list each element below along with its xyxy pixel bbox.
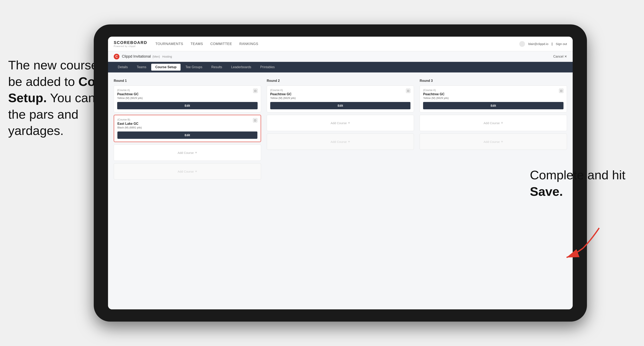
round-2-label: Round 2 bbox=[267, 79, 414, 83]
round-2-add-course-2-button: Add Course + bbox=[267, 134, 414, 150]
round-3-course-a-name: Peachtree GC bbox=[423, 92, 559, 96]
round-2-course-a-card: (Course A) Peachtree GC Yellow (M) (6629… bbox=[267, 85, 414, 112]
round-3-course-a-delete-button[interactable]: ⊡ bbox=[559, 89, 564, 93]
round-2-course-a-delete-button[interactable]: ⊡ bbox=[406, 89, 410, 93]
user-email: blair@clippd.io bbox=[528, 42, 548, 46]
top-nav-right: blair@clippd.io | Sign out bbox=[519, 41, 567, 47]
separator: | bbox=[552, 42, 552, 46]
nav-link-rankings[interactable]: RANKINGS bbox=[240, 41, 258, 47]
round-2-add-course-2-plus-icon: + bbox=[348, 140, 350, 144]
round-2-add-course-button[interactable]: Add Course + bbox=[267, 115, 414, 131]
tournament-logo: C bbox=[114, 54, 120, 59]
round-1-column: Round 1 (Course A) Peachtree GC Yellow (… bbox=[114, 79, 261, 182]
tournament-tag: (Men) Hosting bbox=[152, 55, 172, 58]
tab-teams[interactable]: Teams bbox=[133, 64, 150, 71]
round-3-course-a-label: (Course A) bbox=[423, 89, 559, 92]
tournament-bar: C Clippd Invitational (Men) Hosting Canc… bbox=[108, 51, 573, 62]
logo-area: SCOREBOARD Powered by clippd bbox=[114, 40, 147, 47]
round-2-add-course-plus-icon: + bbox=[348, 121, 350, 125]
nav-link-committee[interactable]: COMMITTEE bbox=[210, 41, 232, 47]
add-course-2-plus-icon: + bbox=[195, 169, 197, 173]
course-b-delete-button[interactable]: ⊡ bbox=[253, 118, 258, 123]
course-a-name: Peachtree GC bbox=[117, 92, 253, 96]
tab-leaderboards[interactable]: Leaderboards bbox=[227, 64, 255, 71]
tablet-screen: SCOREBOARD Powered by clippd TOURNAMENTS… bbox=[108, 37, 573, 309]
round-2-course-a-label: (Course A) bbox=[270, 89, 406, 92]
round-3-course-a-edit-button[interactable]: Edit bbox=[423, 102, 564, 109]
round-3-column: Round 3 (Course A) Peachtree GC Yellow (… bbox=[420, 79, 567, 182]
round-3-course-a-card: (Course A) Peachtree GC Yellow (M) (6629… bbox=[420, 85, 567, 112]
course-a-label: (Course A) bbox=[117, 89, 253, 92]
course-card-header: (Course A) Peachtree GC Yellow (M) (6629… bbox=[117, 89, 258, 102]
add-course-plus-icon: + bbox=[195, 151, 197, 155]
sub-nav: Details Teams Course Setup Tee Groups Re… bbox=[108, 62, 573, 72]
round-1-label: Round 1 bbox=[114, 79, 261, 83]
round-3-add-course-button[interactable]: Add Course + bbox=[420, 115, 567, 131]
arrow-right-icon bbox=[550, 224, 603, 261]
tournament-bar-right: Cancel ✕ bbox=[553, 54, 567, 58]
logo-subtitle: Powered by clippd bbox=[114, 45, 147, 47]
round-1-course-a-card: (Course A) Peachtree GC Yellow (M) (6629… bbox=[114, 85, 261, 112]
annotation-right: Complete and hit Save. bbox=[530, 167, 636, 200]
tab-tee-groups[interactable]: Tee Groups bbox=[182, 64, 206, 71]
round-1-course-a-edit-button[interactable]: Edit bbox=[117, 102, 258, 109]
cancel-button[interactable]: Cancel ✕ bbox=[553, 55, 567, 58]
round-1-add-course-2-button: Add Course + bbox=[114, 163, 261, 179]
course-a-tee: Yellow (M) (6629 yds) bbox=[117, 96, 253, 100]
course-b-name: East Lake GC bbox=[118, 122, 253, 126]
tab-course-setup[interactable]: Course Setup bbox=[151, 64, 180, 71]
round-2-course-a-info: (Course A) Peachtree GC Yellow (M) (6629… bbox=[270, 89, 406, 102]
course-b-tee: Black (M) (6891 yds) bbox=[118, 126, 253, 129]
tab-results[interactable]: Results bbox=[207, 64, 226, 71]
round-3-add-course-plus-icon: + bbox=[501, 121, 503, 125]
user-avatar bbox=[519, 41, 525, 47]
round-3-course-a-info: (Course A) Peachtree GC Yellow (M) (6629… bbox=[423, 89, 559, 102]
round-1-add-course-button[interactable]: Add Course + bbox=[114, 145, 261, 161]
round-3-course-a-tee: Yellow (M) (6629 yds) bbox=[423, 96, 559, 100]
round-2-column: Round 2 (Course A) Peachtree GC Yellow (… bbox=[267, 79, 414, 182]
round-3-add-course-2-button: Add Course + bbox=[420, 134, 567, 150]
course-a-delete-button[interactable]: ⊡ bbox=[253, 89, 258, 93]
course-b-card-info: (Course B) East Lake GC Black (M) (6891 … bbox=[118, 118, 253, 132]
round-3-add-course-2-plus-icon: + bbox=[501, 140, 503, 144]
round-1-course-b-card: (Course B) East Lake GC Black (M) (6891 … bbox=[114, 115, 261, 142]
round-2-course-a-edit-button[interactable]: Edit bbox=[270, 102, 411, 109]
nav-link-teams[interactable]: TEAMS bbox=[190, 41, 203, 47]
tournament-name: Clippd Invitational bbox=[122, 54, 151, 59]
sign-out-link[interactable]: Sign out bbox=[556, 42, 567, 46]
tablet-device: SCOREBOARD Powered by clippd TOURNAMENTS… bbox=[94, 24, 587, 322]
course-b-label: (Course B) bbox=[118, 118, 253, 121]
round-1-course-b-edit-button[interactable]: Edit bbox=[118, 132, 258, 139]
logo-title: SCOREBOARD bbox=[114, 40, 147, 45]
nav-links: TOURNAMENTS TEAMS COMMITTEE RANKINGS bbox=[155, 41, 519, 47]
tab-details[interactable]: Details bbox=[114, 64, 132, 71]
main-content: Round 1 (Course A) Peachtree GC Yellow (… bbox=[108, 72, 573, 309]
annotation-right-text: Complete and hit Save. bbox=[530, 168, 626, 198]
round-2-course-a-tee: Yellow (M) (6629 yds) bbox=[270, 96, 406, 100]
nav-link-tournaments[interactable]: TOURNAMENTS bbox=[155, 41, 183, 47]
round-2-course-a-name: Peachtree GC bbox=[270, 92, 406, 96]
top-nav: SCOREBOARD Powered by clippd TOURNAMENTS… bbox=[108, 37, 573, 51]
tab-printables[interactable]: Printables bbox=[256, 64, 279, 71]
course-b-card-header: (Course B) East Lake GC Black (M) (6891 … bbox=[118, 118, 258, 132]
round-2-course-a-header: (Course A) Peachtree GC Yellow (M) (6629… bbox=[270, 89, 411, 102]
course-card-info: (Course A) Peachtree GC Yellow (M) (6629… bbox=[117, 89, 253, 102]
rounds-grid: Round 1 (Course A) Peachtree GC Yellow (… bbox=[114, 79, 567, 182]
round-3-course-a-header: (Course A) Peachtree GC Yellow (M) (6629… bbox=[423, 89, 564, 102]
round-3-label: Round 3 bbox=[420, 79, 567, 83]
